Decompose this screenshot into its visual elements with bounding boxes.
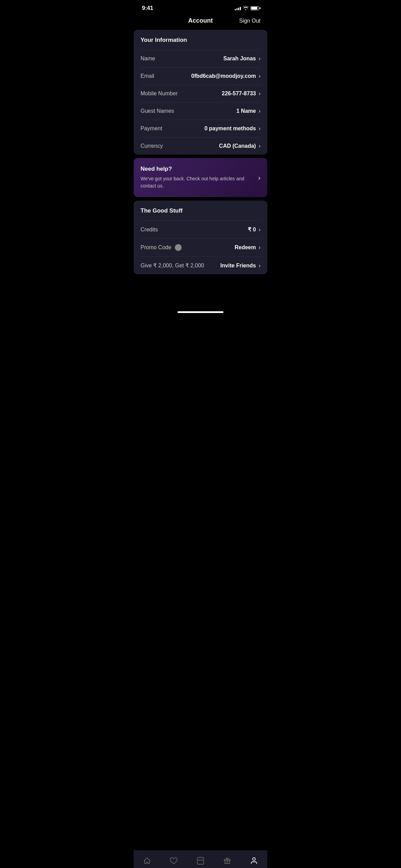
guest-names-row[interactable]: Guest Names 1 Name ›: [141, 102, 260, 120]
promo-toggle-icon: [175, 244, 182, 251]
payment-label: Payment: [141, 125, 162, 132]
email-value: 0fbd6cab@moodjoy.com: [191, 73, 256, 79]
help-subtitle: We've got your back. Check out help arti…: [141, 175, 253, 190]
status-time: 9:41: [142, 5, 153, 12]
nav-header: Account Sign Out: [134, 14, 267, 30]
your-information-title: Your Information: [141, 37, 260, 44]
email-label: Email: [141, 73, 154, 79]
credits-label: Credits: [141, 227, 158, 233]
page-title: Account: [188, 17, 213, 24]
guest-names-label: Guest Names: [141, 108, 174, 114]
invite-chevron-icon: ›: [259, 263, 260, 269]
credits-chevron-icon: ›: [259, 227, 260, 233]
mobile-row[interactable]: Mobile Number 226-577-8733 ›: [141, 85, 260, 102]
help-title: Need help?: [141, 166, 253, 172]
credits-value: ₹ 0: [248, 226, 256, 233]
guest-names-value: 1 Name: [236, 108, 256, 114]
invite-friends-label: Give ₹ 2,000, Get ₹ 2,000: [141, 262, 204, 269]
promo-chevron-icon: ›: [259, 244, 260, 251]
currency-row[interactable]: Currency CAD (Canada) ›: [141, 137, 260, 155]
promo-code-row[interactable]: Promo Code Redeem ›: [141, 238, 260, 256]
promo-code-label: Promo Code: [141, 244, 171, 251]
home-indicator: [178, 311, 223, 313]
name-value: Sarah Jonas: [223, 56, 256, 62]
mobile-value: 226-577-8733: [222, 91, 256, 97]
sign-out-button[interactable]: Sign Out: [239, 18, 260, 24]
credits-row[interactable]: Credits ₹ 0 ›: [141, 220, 260, 238]
currency-chevron-icon: ›: [259, 143, 260, 149]
currency-label: Currency: [141, 143, 163, 149]
payment-value: 0 payment methods: [204, 125, 256, 132]
mobile-label: Mobile Number: [141, 91, 178, 97]
status-icons: [235, 5, 259, 11]
email-chevron-icon: ›: [259, 73, 260, 79]
guest-names-chevron-icon: ›: [259, 108, 260, 114]
promo-code-value: Redeem: [234, 244, 256, 251]
help-card[interactable]: Need help? We've got your back. Check ou…: [134, 158, 267, 197]
name-label: Name: [141, 56, 155, 62]
name-chevron-icon: ›: [259, 56, 260, 62]
mobile-chevron-icon: ›: [259, 91, 260, 97]
email-row[interactable]: Email 0fbd6cab@moodjoy.com ›: [141, 67, 260, 85]
name-row[interactable]: Name Sarah Jonas ›: [141, 50, 260, 67]
invite-friends-row[interactable]: Give ₹ 2,000, Get ₹ 2,000 Invite Friends…: [141, 256, 260, 274]
battery-icon: [251, 6, 259, 10]
currency-value: CAD (Canada): [219, 143, 256, 149]
good-stuff-section: The Good Stuff Credits ₹ 0 › Promo Code …: [134, 201, 267, 274]
help-chevron-icon: ›: [258, 174, 260, 182]
payment-chevron-icon: ›: [259, 125, 260, 132]
invite-friends-value: Invite Friends: [220, 263, 256, 269]
good-stuff-title: The Good Stuff: [141, 207, 260, 214]
status-bar: 9:41: [134, 0, 267, 14]
wifi-icon: [243, 5, 248, 11]
your-information-section: Your Information Name Sarah Jonas › Emai…: [134, 30, 267, 155]
signal-bars-icon: [235, 6, 241, 10]
payment-row[interactable]: Payment 0 payment methods ›: [141, 120, 260, 137]
